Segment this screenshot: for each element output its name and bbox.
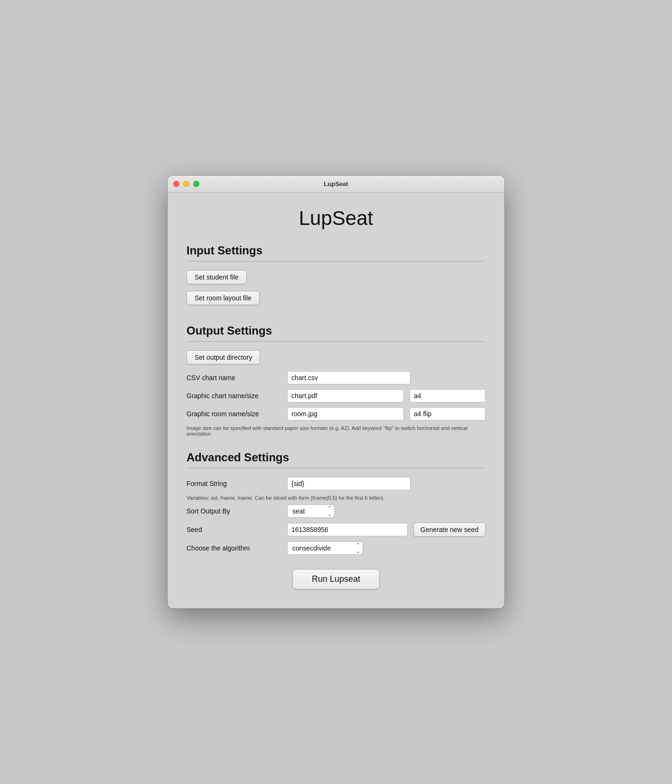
graphic-room-size-input[interactable] [410, 407, 485, 420]
set-room-layout-row: Set room layout file [187, 291, 485, 310]
output-settings-section: Output Settings Set output directory CSV… [187, 324, 485, 437]
generate-seed-button[interactable]: Generate new seed [413, 523, 485, 537]
graphic-room-name-label: Graphic room name/size [187, 410, 281, 418]
graphic-chart-name-input[interactable] [287, 389, 404, 402]
graphic-chart-name-row: Graphic chart name/size [187, 389, 485, 402]
main-content: LupSeat Input Settings Set student file … [168, 193, 504, 608]
seed-row: Seed Generate new seed [187, 523, 485, 537]
seed-label: Seed [187, 526, 281, 533]
seed-input[interactable] [287, 523, 408, 536]
algorithm-select[interactable]: consecdivide random sequential [287, 541, 363, 555]
format-string-label: Format String [187, 480, 281, 487]
sort-output-label: Sort Output By [187, 507, 281, 515]
algorithm-row: Choose the algorithm consecdivide random… [187, 541, 485, 555]
graphic-room-name-input[interactable] [287, 407, 404, 420]
format-string-input[interactable] [287, 477, 411, 490]
set-output-directory-button[interactable]: Set output directory [187, 350, 260, 364]
set-student-file-row: Set student file [187, 270, 485, 289]
advanced-settings-heading: Advanced Settings [187, 451, 485, 464]
app-title: LupSeat [187, 207, 485, 230]
sort-output-select-wrapper: seat sid fname lname ⌃⌄ [287, 504, 335, 518]
graphic-room-name-row: Graphic room name/size [187, 407, 485, 420]
advanced-settings-section: Advanced Settings Format String Variable… [187, 451, 485, 555]
run-lupseat-button[interactable]: Run Lupseat [292, 569, 380, 589]
input-settings-divider [187, 261, 485, 261]
window-title: LupSeat [324, 180, 348, 187]
algorithm-label: Choose the algorithm [187, 544, 281, 552]
csv-chart-name-row: CSV chart name [187, 371, 485, 384]
algorithm-select-wrapper: consecdivide random sequential ⌃⌄ [287, 541, 363, 555]
output-settings-divider [187, 341, 485, 342]
csv-chart-name-label: CSV chart name [187, 374, 281, 382]
titlebar: LupSeat [168, 176, 504, 193]
input-settings-heading: Input Settings [187, 244, 485, 257]
image-size-hint: Image size can be specified with standar… [187, 425, 485, 437]
graphic-chart-size-input[interactable] [410, 389, 485, 402]
sort-output-select[interactable]: seat sid fname lname [287, 504, 335, 518]
format-string-row: Format String [187, 477, 485, 490]
graphic-chart-name-label: Graphic chart name/size [187, 392, 281, 400]
advanced-settings-divider [187, 468, 485, 468]
minimize-button[interactable] [183, 181, 189, 187]
format-string-hint: Variables: sid, fname, lname. Can be sli… [187, 495, 485, 501]
close-button[interactable] [173, 181, 179, 187]
set-room-layout-button[interactable]: Set room layout file [187, 291, 260, 305]
output-settings-heading: Output Settings [187, 324, 485, 337]
input-settings-section: Input Settings Set student file Set room… [187, 244, 485, 310]
csv-chart-name-input[interactable] [287, 371, 411, 384]
app-window: LupSeat LupSeat Input Settings Set stude… [168, 176, 504, 608]
maximize-button[interactable] [193, 181, 199, 187]
set-output-directory-row: Set output directory [187, 350, 485, 369]
sort-output-row: Sort Output By seat sid fname lname ⌃⌄ [187, 504, 485, 518]
traffic-lights [173, 181, 199, 187]
set-student-file-button[interactable]: Set student file [187, 270, 247, 284]
